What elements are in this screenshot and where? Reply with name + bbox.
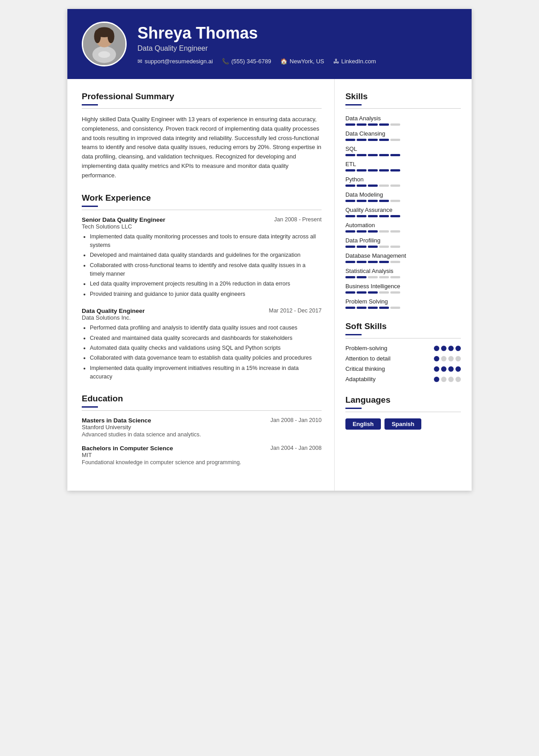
skill-segment: [357, 261, 367, 263]
skill-segment: [345, 215, 355, 217]
soft-skill-name: Adaptability: [345, 376, 376, 382]
skills-underline: [345, 104, 362, 105]
skill-segment: [390, 230, 400, 233]
skill-segment: [379, 169, 389, 171]
soft-skill-dot: [455, 356, 461, 361]
skill-segment: [368, 230, 378, 233]
contact-icon: 📞: [222, 58, 229, 65]
edu-date: Jan 2004 - Jan 2008: [270, 445, 322, 451]
skill-segment: [345, 169, 355, 171]
skill-bar: [345, 215, 461, 217]
skills-section: Skills Data Analysis Data Cleansing SQL …: [345, 92, 461, 309]
edu-school: MIT: [82, 452, 322, 458]
education-container: Masters in Data Science Jan 2008 - Jan 2…: [82, 417, 322, 466]
soft-skills-title: Soft Skills: [345, 321, 461, 331]
soft-skills-divider: [345, 338, 461, 338]
soft-skill-name: Problem-solving: [345, 345, 387, 352]
skill-segment: [368, 215, 378, 217]
skill-segment: [357, 291, 367, 294]
skill-segment: [368, 123, 378, 126]
skill-segment: [368, 261, 378, 263]
soft-skill-dots: [434, 346, 461, 351]
skill-segment: [379, 307, 389, 309]
summary-divider: [82, 108, 322, 109]
soft-skill-dot: [434, 356, 439, 361]
skill-segment: [368, 139, 378, 141]
job-bullet: Implemented data quality monitoring proc…: [90, 233, 322, 250]
skill-bar: [345, 123, 461, 126]
skill-name: Data Analysis: [345, 115, 461, 122]
contact-text: (555) 345-6789: [231, 58, 271, 65]
soft-skill-dots: [434, 377, 461, 382]
skill-segment: [390, 276, 400, 278]
skill-name: Automation: [345, 222, 461, 229]
edu-degree: Bachelors in Computer Science: [82, 445, 173, 452]
skill-segment: [379, 123, 389, 126]
header: Shreya Thomas Data Quality Engineer ✉sup…: [67, 9, 472, 79]
resume-body: Professional Summary Highly skilled Data…: [67, 79, 472, 491]
header-job-title: Data Quality Engineer: [137, 44, 457, 53]
job-bullet: Created and maintained data quality scor…: [90, 334, 322, 343]
experience-divider: [82, 210, 322, 210]
job-bullets: Performed data profiling and analysis to…: [82, 324, 322, 381]
skill-segment: [379, 246, 389, 248]
skill-segment: [357, 123, 367, 126]
soft-skill-item: Attention to detail: [345, 355, 461, 362]
soft-skill-dot: [434, 346, 439, 351]
skill-segment: [379, 154, 389, 156]
skill-segment: [379, 215, 389, 217]
skill-segment: [390, 185, 400, 187]
svg-point-5: [108, 30, 115, 43]
contact-icon: 🏠: [280, 58, 287, 65]
skill-bar: [345, 246, 461, 248]
job-bullet: Collaborated with data governance team t…: [90, 354, 322, 362]
skill-bar: [345, 169, 461, 171]
language-tag: Spanish: [384, 418, 422, 430]
job-bullet: Provided training and guidance to junior…: [90, 290, 322, 299]
soft-skill-dot: [441, 356, 446, 361]
contact-icon: ✉: [137, 58, 142, 65]
skill-segment: [368, 185, 378, 187]
skill-bar: [345, 276, 461, 278]
skill-name: Data Profiling: [345, 237, 461, 244]
contact-text: NewYork, US: [290, 58, 324, 65]
skill-bar: [345, 230, 461, 233]
job-title: Senior Data Quality Engineer: [82, 216, 165, 223]
jobs-container: Senior Data Quality Engineer Jan 2008 - …: [82, 216, 322, 382]
skill-segment: [368, 169, 378, 171]
job-item: Data Quality Engineer Mar 2012 - Dec 201…: [82, 308, 322, 381]
skill-segment: [390, 291, 400, 294]
soft-skill-name: Attention to detail: [345, 355, 390, 362]
skill-item: Quality Assurance: [345, 207, 461, 217]
skill-name: Data Cleansing: [345, 130, 461, 137]
skill-item: Data Modeling: [345, 191, 461, 202]
skill-segment: [357, 246, 367, 248]
soft-skill-dot: [448, 377, 454, 382]
edu-degree: Masters in Data Science: [82, 417, 151, 424]
skill-name: Python: [345, 176, 461, 183]
job-header: Senior Data Quality Engineer Jan 2008 - …: [82, 216, 322, 223]
skill-segment: [390, 123, 400, 126]
contact-icon: 🖧: [333, 58, 339, 65]
soft-skill-dot: [441, 346, 446, 351]
job-bullet: Led data quality improvement projects re…: [90, 280, 322, 288]
skill-segment: [379, 291, 389, 294]
job-bullet: Performed data profiling and analysis to…: [90, 324, 322, 332]
skill-segment: [345, 276, 355, 278]
skill-segment: [357, 185, 367, 187]
skills-container: Data Analysis Data Cleansing SQL ETL Pyt…: [345, 115, 461, 309]
skill-item: Data Profiling: [345, 237, 461, 248]
skills-title: Skills: [345, 92, 461, 101]
skill-item: Problem Solving: [345, 298, 461, 309]
languages-container: EnglishSpanish: [345, 418, 461, 430]
skill-segment: [357, 139, 367, 141]
summary-section: Professional Summary Highly skilled Data…: [82, 92, 322, 180]
soft-skill-dot: [455, 366, 461, 372]
education-title: Education: [82, 394, 322, 404]
skill-segment: [357, 307, 367, 309]
soft-skill-dot: [441, 377, 446, 382]
job-company: Tech Solutions LLC: [82, 223, 322, 230]
soft-skill-dot: [455, 346, 461, 351]
skill-item: Business Intelligence: [345, 283, 461, 294]
skill-bar: [345, 307, 461, 309]
